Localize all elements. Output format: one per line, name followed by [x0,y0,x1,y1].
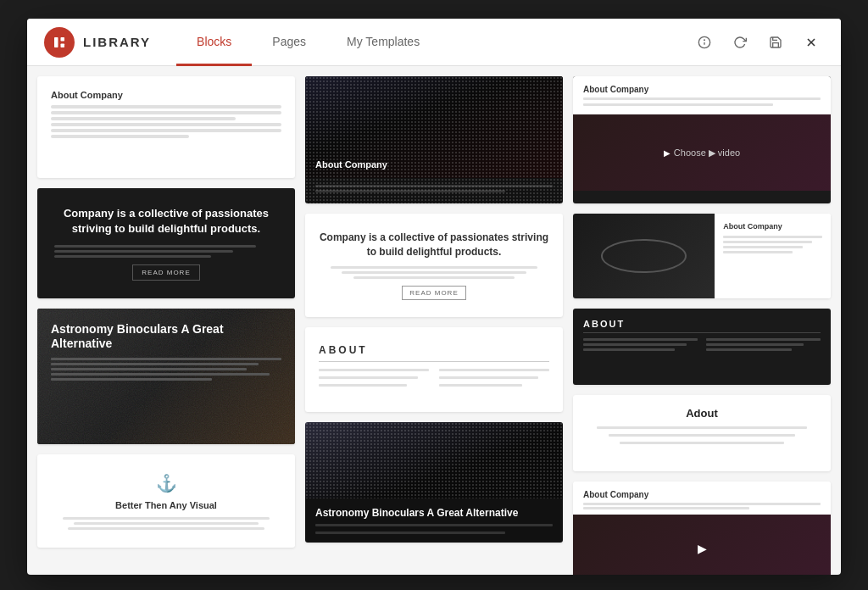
text-line [319,376,418,379]
text-line [439,369,549,371]
b-line [723,251,793,253]
dark-line [54,255,211,258]
column-1: About Company Company is a collective of… [37,76,295,575]
astro2-bg [305,422,563,498]
tab-blocks[interactable]: Blocks [176,19,252,66]
b-line [723,236,822,238]
dark-line [54,250,233,253]
tab-my-templates[interactable]: My Templates [326,19,440,66]
svg-rect-0 [54,37,58,47]
anchor-icon: ⚓ [156,473,177,493]
card-astronomy[interactable]: Astronomy Binoculars A Great Alternative [37,309,295,444]
svg-rect-1 [61,37,65,42]
bike-lines [723,236,822,253]
elementor-logo-icon [44,27,75,58]
adout-title: Adout [585,407,819,420]
text-line [63,517,270,520]
c-line [353,276,515,279]
anchor-lines [51,517,281,530]
text-line [583,103,773,106]
about-video-top: About Company [573,76,831,114]
card-collective-light[interactable]: Company is a collective of passionates s… [305,214,563,317]
astro-lines [51,358,281,381]
bike-shape [601,239,686,273]
adout-line [609,434,796,437]
tab-nav: Blocks Pages My Templates [176,19,692,65]
bike-image-area [573,214,715,298]
card-dark-lines [54,245,278,258]
text-line [583,507,749,509]
d-line [583,343,687,346]
astro-text: Astronomy Binoculars A Great Alternative [51,322,281,381]
save-button[interactable] [763,30,788,55]
card-photo-about[interactable]: About Company [305,76,563,203]
d-line [706,343,804,346]
video-preview: ▶ Choose ▶ video [573,114,831,191]
about-content [319,369,549,387]
video-inner: ▶ Choose ▶ video [573,114,831,191]
text-line [439,376,538,379]
about-dark-divider [583,332,821,333]
about2-top: About Company [573,481,831,515]
refresh-button[interactable] [727,30,753,55]
card-about-video2[interactable]: About Company ▶ [573,481,831,575]
text-line [583,97,821,100]
b-line [723,241,812,243]
read-more-btn[interactable]: READ MORE [132,264,199,281]
crowd-dots-2 [305,422,563,498]
astro-title: Astronomy Binoculars A Great Alternative [51,322,281,351]
library-logo: LIBRARY [44,27,151,58]
c-line [342,271,526,274]
astro2-lines [315,524,553,534]
info-button[interactable] [692,30,717,55]
close-button[interactable] [798,30,824,55]
card-astronomy-2[interactable]: Astronomy Binoculars A Great Alternative [305,422,563,543]
video2-preview: ▶ [573,515,831,575]
text-line [439,384,522,387]
adout-line [597,426,807,429]
read-more-btn[interactable]: READ MORE [402,286,465,300]
bike-label: About Company [723,222,822,231]
play-icon: ▶ [664,148,670,158]
dark-lines-1 [583,338,698,351]
card-about-video[interactable]: About Company ▶ Choose ▶ video [573,76,831,203]
card-text-lines [51,105,281,138]
card-about-bike[interactable]: About Company [573,214,831,298]
astro-line [315,532,505,534]
d-line [583,348,675,351]
astro2-title: Astronomy Binoculars A Great Alternative [315,507,553,519]
card-about-company-light[interactable]: About Company [37,76,295,178]
video-label: Choose ▶ video [674,148,740,159]
d-line [706,348,792,351]
card-about-dark[interactable]: ABOUT [573,309,831,385]
about-company-label: About Company [583,85,821,94]
card-adout[interactable]: Adout [573,395,831,471]
bike-text-area: About Company [715,214,831,298]
text-line [319,369,429,371]
card-dark-title: Company is a collective of passionates s… [54,206,278,237]
adout-line [620,442,783,444]
library-title: LIBRARY [83,35,151,49]
text-line [319,384,407,387]
anchor-title: Better Then Any Visual [115,500,217,510]
astro-line [315,524,553,526]
astro-line [51,358,281,360]
adout-lines [585,426,819,444]
play-icon-2: ▶ [698,542,707,555]
cards-grid: About Company Company is a collective of… [27,66,841,575]
card-about-section[interactable]: ABOUT [305,327,563,412]
about-dark-col2 [706,338,821,351]
card-dark-collective[interactable]: Company is a collective of passionates s… [37,188,295,298]
astro-line [51,378,212,381]
card-anchor[interactable]: ⚓ Better Then Any Visual [37,454,295,548]
column-3: About Company ▶ Choose ▶ video [573,76,831,575]
about2-label: About Company [583,490,821,499]
text-line [51,123,281,126]
column-2: About Company Company is a collective of… [305,76,563,575]
about-lines-sm [583,97,821,106]
astro-line [51,373,270,376]
tab-pages[interactable]: Pages [252,19,326,66]
header-actions [692,30,824,55]
dark-line [54,245,256,248]
card-title: About Company [51,90,281,100]
